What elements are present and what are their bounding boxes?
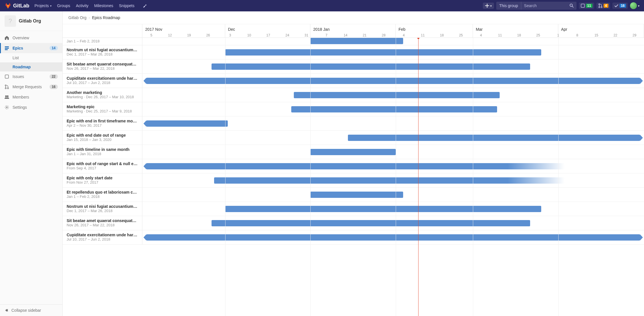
todos-badge[interactable]: 16 [612, 3, 628, 9]
timeline-day-label: 11 [498, 33, 502, 37]
brand-name: GitLab [13, 3, 29, 9]
sidebar-item-label: Overview [13, 36, 58, 40]
members-icon [5, 95, 9, 99]
sidebar-subitem-roadmap[interactable]: Roadmap [0, 62, 62, 71]
sidebar-subitem-list[interactable]: List [0, 53, 62, 62]
sidebar-item-members[interactable]: Members [0, 92, 62, 102]
epic-dates: Dec 1, 2017 – Mar 26, 2018 [67, 209, 138, 213]
admin-wrench-icon[interactable] [140, 0, 150, 11]
new-dropdown[interactable]: ▾ [483, 3, 494, 9]
epic-timeline-bar[interactable] [146, 78, 640, 84]
epic-title-cell[interactable]: Cupiditate exercitationem unde harum rep… [63, 230, 142, 244]
collapse-sidebar[interactable]: Collapse sidebar [0, 304, 62, 316]
issue-icon [581, 3, 585, 8]
group-header[interactable]: ? Gitlab Org [0, 11, 62, 31]
nav-link-milestones[interactable]: Milestones [91, 0, 116, 11]
epic-title-cell[interactable]: Epic with out of range start & null endF… [63, 159, 142, 173]
epic-title-cell[interactable]: Jan 1 – Feb 2, 2018 [63, 38, 142, 45]
sidebar-nav: OverviewEpics14ListRoadmapIssues22Merge … [0, 31, 62, 304]
epic-dates: Jan 1 – Feb 2, 2018 [67, 39, 138, 43]
epic-bar-cell [142, 74, 644, 88]
nav-link-snippets[interactable]: Snippets [116, 0, 137, 11]
epic-timeline-bar[interactable] [212, 220, 530, 226]
logo[interactable]: GitLab [5, 2, 29, 9]
timeline-day-label: 28 [382, 33, 385, 37]
epic-row: Jan 1 – Feb 2, 2018 [63, 38, 644, 45]
breadcrumb-item[interactable]: Gitlab Org [68, 15, 87, 20]
svg-point-2 [599, 4, 600, 5]
group-avatar-placeholder: ? [5, 15, 16, 27]
sidebar-item-merge-requests[interactable]: Merge Requests16 [0, 82, 62, 92]
epic-timeline-bar[interactable] [146, 234, 640, 241]
home-icon [5, 36, 9, 40]
sidebar-item-label: Merge Requests [13, 85, 46, 89]
chevron-right-icon: › [89, 16, 90, 19]
epic-title-cell[interactable]: Et repellendus quo et laboriosam corrupt… [63, 188, 142, 202]
epic-dates: Jan 1 – Jan 31, 2018 [67, 152, 138, 156]
epic-title-cell[interactable]: Nostrum ut nisi fugiat accusantium qui v… [63, 202, 142, 216]
epic-timeline-bar[interactable] [310, 149, 396, 155]
epic-title-cell[interactable]: Epic with end in first timeframe monthAp… [63, 116, 142, 130]
sidebar-item-count: 14 [50, 46, 58, 50]
epic-title-cell[interactable]: Cupiditate exercitationem unde harum rep… [63, 74, 142, 88]
epic-row: Epic with timeline in same monthJan 1 – … [63, 145, 644, 159]
main-content: Gitlab Org › Epics Roadmap 2017 NovDec20… [63, 11, 644, 316]
merge-requests-badge[interactable]: 4 [596, 3, 610, 9]
sidebar-item-settings[interactable]: Settings [0, 102, 62, 112]
sidebar-item-label: Members [13, 95, 58, 99]
epic-row: Epic with only start dateFrom Nov 27, 20… [63, 173, 644, 188]
timeline-header-spacer [63, 24, 142, 38]
nav-link-groups[interactable]: Groups [54, 0, 73, 11]
epic-timeline-bar[interactable] [291, 106, 497, 112]
epic-row: Marketing epicMarketing · Dec 25, 2017 –… [63, 102, 644, 116]
sidebar-item-issues[interactable]: Issues22 [0, 71, 62, 82]
epic-title-cell[interactable]: Sit beatae amet quaerat consequatur non … [63, 59, 142, 73]
epic-bar-cell [142, 188, 644, 202]
epic-title-cell[interactable]: Epic with timeline in same monthJan 1 – … [63, 145, 142, 159]
epic-timeline-bar[interactable] [146, 163, 508, 169]
epic-dates: Marketing · Dec 26, 2017 – Mar 10, 2018 [67, 95, 138, 99]
epic-timeline-bar[interactable] [146, 120, 227, 127]
epic-title: Sit beatae amet quaerat consequatur non … [67, 218, 138, 223]
nav-link-projects[interactable]: Projects▾ [32, 0, 54, 11]
epic-title-cell[interactable]: Another marketingMarketing · Dec 26, 201… [63, 88, 142, 102]
epic-timeline-bar[interactable] [310, 38, 403, 44]
search-input[interactable] [521, 2, 567, 10]
nav-link-activity[interactable]: Activity [73, 0, 91, 11]
timeline-day-label: 15 [594, 33, 598, 37]
epic-timeline-bar[interactable] [214, 177, 508, 184]
search-scope[interactable]: This group [496, 2, 521, 10]
epic-title-cell[interactable]: Epic with end date out of rangeJan 15, 2… [63, 131, 142, 145]
sidebar-item-epics[interactable]: Epics14 [0, 43, 62, 53]
epic-title-cell[interactable]: Sit beatae amet quaerat consequatur non … [63, 216, 142, 230]
epic-timeline-bar[interactable] [225, 49, 541, 56]
issues-badge[interactable]: 11 [579, 3, 594, 9]
timeline-day-label: 4 [480, 33, 482, 37]
epic-dates: From Sep 4, 2017 [67, 166, 138, 170]
issue-icon [5, 74, 9, 79]
epic-dates: From Nov 27, 2017 [67, 180, 138, 184]
epic-timeline-bar[interactable] [294, 92, 499, 98]
epic-title: Cupiditate exercitationem unde harum rep… [67, 233, 138, 237]
epic-timeline-bar[interactable] [225, 206, 541, 212]
epic-dates: Jan 1 – Feb 2, 2018 [67, 194, 138, 199]
epic-title: Et repellendus quo et laboriosam corrupt… [67, 190, 138, 194]
epic-bar-cell [142, 45, 644, 59]
sidebar-item-overview[interactable]: Overview [0, 33, 62, 43]
breadcrumb-item[interactable]: Epics Roadmap [92, 15, 120, 20]
search-icon[interactable] [567, 2, 577, 9]
epic-title: Epic with end date out of range [67, 133, 138, 138]
badge-count: 4 [604, 4, 608, 8]
epic-timeline-bar[interactable] [212, 63, 530, 70]
svg-point-4 [601, 7, 602, 8]
epic-title-cell[interactable]: Nostrum ut nisi fugiat accusantium qui v… [63, 45, 142, 59]
user-menu[interactable]: ▾ [630, 2, 639, 9]
svg-point-13 [7, 95, 9, 97]
epic-title-cell[interactable]: Epic with only start dateFrom Nov 27, 20… [63, 173, 142, 187]
epic-timeline-bar[interactable] [348, 135, 640, 141]
epic-timeline-bar[interactable] [310, 192, 403, 198]
timeline-day-label: 31 [304, 33, 308, 37]
top-nav-right: ▾ This group 11 4 16 ▾ [483, 2, 639, 10]
timeline-day-label: 12 [168, 33, 172, 37]
epic-title-cell[interactable]: Marketing epicMarketing · Dec 25, 2017 –… [63, 102, 142, 116]
